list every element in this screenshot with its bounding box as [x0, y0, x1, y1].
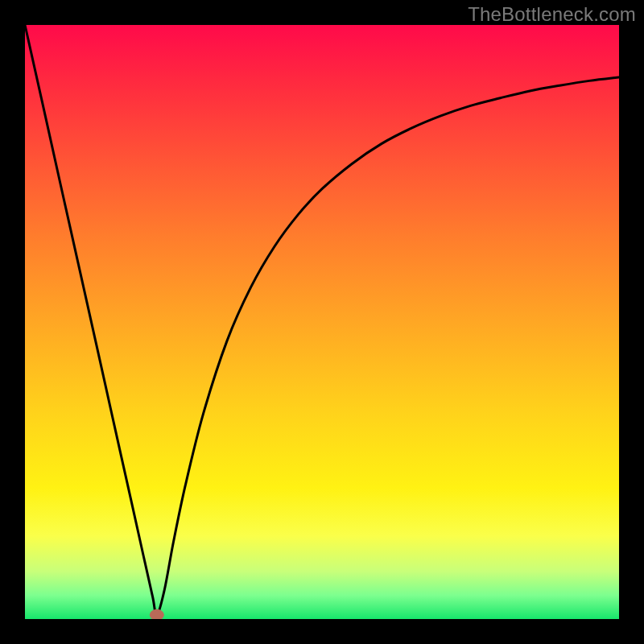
chart-frame [25, 25, 619, 619]
bottleneck-plot [25, 25, 619, 619]
watermark-text: TheBottleneck.com [468, 3, 636, 26]
gradient-background [25, 25, 619, 619]
